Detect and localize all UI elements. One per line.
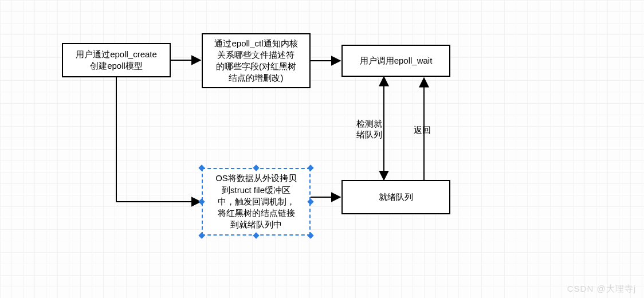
label-check-ready-queue: 检测就 绪队列 <box>356 119 382 140</box>
node-epoll-ctl: 通过epoll_ctl通知内核 关系哪些文件描述符 的哪些字段(对红黑树 结点的… <box>202 33 311 88</box>
node-os-callback[interactable]: OS将数据从外设拷贝 到struct file缓冲区 中，触发回调机制， 将红黑… <box>202 168 311 236</box>
node-epoll-wait: 用户调用epoll_wait <box>341 45 450 77</box>
watermark: CSDN @大理寺j <box>567 284 636 295</box>
node-ready-queue: 就绪队列 <box>341 180 450 214</box>
label-return: 返回 <box>414 125 431 136</box>
node-epoll-create: 用户通过epoll_create 创建epoll模型 <box>62 43 171 77</box>
